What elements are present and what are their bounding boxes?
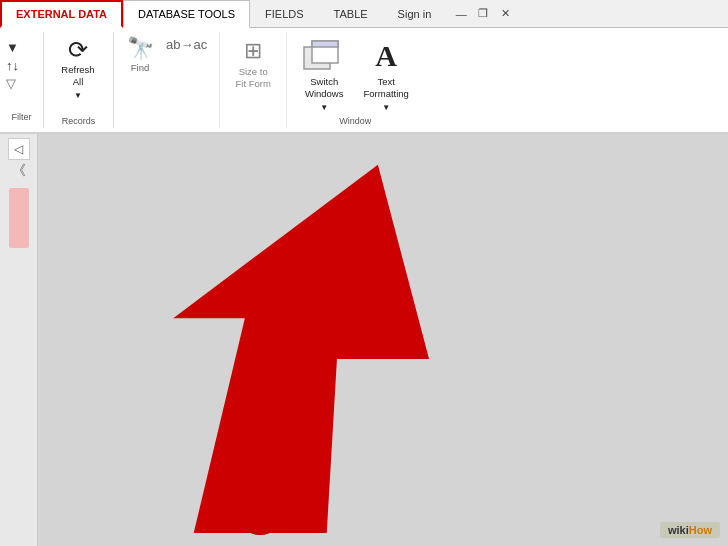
switch-windows-icon: [302, 38, 346, 74]
binoculars-icon: 🔭: [127, 38, 154, 60]
restore-button[interactable]: ❐: [474, 7, 492, 21]
work-area: [38, 134, 728, 546]
sign-in-button[interactable]: Sign in: [383, 0, 447, 27]
text-formatting-icon: A: [375, 38, 397, 74]
filter-group-content: ▼ ↑↓ ▽: [6, 36, 19, 110]
text-fmt-dropdown-arrow: ▼: [382, 103, 390, 112]
ribbon-group-find: 🔭 Find ab→ac: [114, 32, 220, 128]
ribbon-group-filter: ▼ ↑↓ ▽ Filter: [0, 32, 44, 128]
ribbon-toolbar: ▼ ↑↓ ▽ Filter ⟳ Refresh All ▼ Records 🔭 …: [0, 28, 728, 134]
tab-database-tools[interactable]: DATABASE TOOLS: [123, 0, 250, 28]
toggle-icon: ◁: [14, 142, 23, 156]
ribbon-group-window: Switch Windows ▼ A Text Formatting ▼ Win…: [287, 32, 423, 128]
refresh-dropdown-arrow: ▼: [74, 91, 82, 100]
filter-icon-1[interactable]: ▼: [6, 40, 19, 55]
tutorial-arrow: [38, 134, 728, 546]
window-group-label: Window: [295, 114, 415, 128]
svg-marker-3: [173, 164, 429, 532]
switch-dropdown-arrow: ▼: [320, 103, 328, 112]
find-group-label: [122, 124, 211, 128]
filter-icon-2[interactable]: ↑↓: [6, 58, 19, 73]
main-content-area: ◁ 《: [0, 134, 728, 546]
replace-icon: ab→ac: [166, 38, 207, 51]
sidebar-toggle-button[interactable]: ◁: [8, 138, 30, 160]
refresh-icon: ⟳: [68, 38, 88, 62]
filter-group-label: Filter: [6, 110, 37, 124]
ribbon-group-records: ⟳ Refresh All ▼ Records: [44, 32, 114, 128]
filter-icon-3[interactable]: ▽: [6, 76, 19, 91]
ribbon-group-size: ⊞ Size to Fit Form: [220, 32, 287, 128]
records-group-content: ⟳ Refresh All ▼: [52, 32, 104, 114]
navigation-sidebar: ◁ 《: [0, 134, 38, 546]
window-controls: — ❐ ✕: [446, 0, 520, 27]
size-group-content: ⊞ Size to Fit Form: [228, 32, 278, 128]
sidebar-pink-bar: [9, 188, 29, 248]
wikihow-watermark: wikiHow: [660, 522, 720, 538]
size-to-fit-button[interactable]: ⊞ Size to Fit Form: [228, 36, 278, 93]
records-group-label: Records: [52, 114, 105, 128]
tab-external-data[interactable]: EXTERNAL DATA: [0, 0, 123, 28]
size-icon: ⊞: [244, 38, 262, 64]
sidebar-chevron-icon[interactable]: 《: [12, 162, 26, 180]
switch-windows-button[interactable]: Switch Windows ▼: [295, 36, 353, 114]
ribbon-tab-row: EXTERNAL DATA DATABASE TOOLS FIELDS TABL…: [0, 0, 728, 28]
filter-icons: ▼ ↑↓ ▽: [6, 40, 19, 91]
tab-table[interactable]: TABLE: [319, 0, 383, 27]
svg-rect-2: [312, 41, 338, 47]
refresh-all-button[interactable]: ⟳ Refresh All ▼: [52, 36, 104, 102]
replace-button[interactable]: ab→ac: [162, 36, 211, 53]
window-group-content: Switch Windows ▼ A Text Formatting ▼: [295, 32, 415, 114]
close-button[interactable]: ✕: [496, 7, 514, 21]
find-group-content: 🔭 Find ab→ac: [122, 32, 211, 124]
svg-point-4: [238, 490, 283, 535]
text-formatting-button[interactable]: A Text Formatting ▼: [357, 36, 415, 114]
tab-fields[interactable]: FIELDS: [250, 0, 319, 27]
find-button[interactable]: 🔭 Find: [122, 36, 158, 76]
minimize-button[interactable]: —: [452, 7, 470, 21]
